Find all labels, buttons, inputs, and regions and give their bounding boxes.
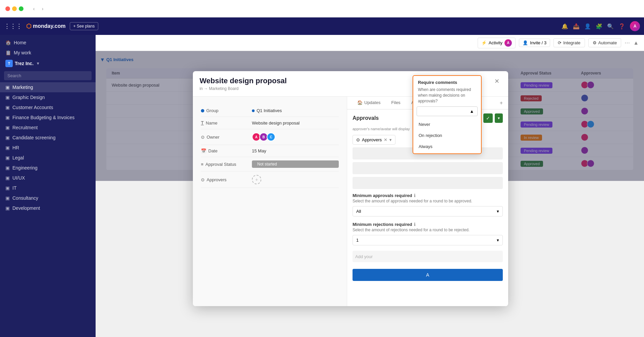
sidebar-item-mywork[interactable]: 📋 My work (0, 48, 96, 58)
field-name: T Name Website design proposal (201, 117, 339, 129)
owners-list: A B C (252, 133, 339, 141)
workspace-chevron[interactable]: ▾ (37, 61, 39, 66)
min-rejections-label: Minimum rejections required (353, 222, 412, 227)
search-icon[interactable]: 🔍 (607, 23, 614, 30)
see-plans-button[interactable]: + See plans (70, 22, 99, 30)
sidebar-uiux-label: UI/UX (12, 175, 25, 181)
sidebar-item-graphic-design[interactable]: ▣ Graphic Design (0, 92, 96, 102)
modal-close-button[interactable]: ✕ (492, 77, 501, 86)
tab-files-label: Files (391, 100, 400, 105)
min-approvals-section: Minimum approvals required ℹ Select the … (353, 193, 503, 216)
sidebar-candidate-label: Candidate screening (12, 135, 55, 140)
dropdown-option-always[interactable]: Always (413, 141, 481, 152)
activity-avatar: A (504, 39, 512, 47)
more-options-icon[interactable]: ⋯ (625, 40, 630, 46)
approval-status-icon: ≡ (201, 162, 204, 167)
field-label-approval-status: ≡ Approval Status (201, 162, 248, 167)
bell-icon[interactable]: 🔔 (561, 23, 568, 30)
integrate-label: Integrate (563, 40, 580, 45)
inbox-icon[interactable]: 📥 (573, 23, 580, 30)
sidebar-item-finance[interactable]: ▣ Finance Budgeting & Invoices (0, 112, 96, 123)
min-rejections-chevron: ▾ (497, 238, 499, 243)
sidebar-item-legal[interactable]: ▣ Legal (0, 153, 96, 163)
sidebar-consultancy-label: Consultancy (12, 195, 38, 201)
sidebar-item-customer-accounts[interactable]: ▣ Customer Accounts (0, 102, 96, 112)
automate-button[interactable]: ⚙ Automate (588, 38, 622, 47)
sidebar-item-hr[interactable]: ▣ HR (0, 143, 96, 153)
add-round-button[interactable]: A (353, 269, 503, 281)
sidebar-item-it[interactable]: ▣ IT (0, 183, 96, 193)
min-approvals-chevron: ▾ (497, 209, 499, 214)
puzzle-icon[interactable]: 🧩 (596, 23, 602, 30)
search-input[interactable] (4, 71, 92, 80)
close-button[interactable] (5, 6, 10, 11)
invite-label: Invite / 3 (530, 40, 546, 45)
grid-icon[interactable]: ⋮⋮⋮ (4, 22, 22, 30)
date-value: 15 May (252, 148, 339, 153)
field-approvers: ⊙ Approvers + (201, 172, 339, 188)
board-icon-legal: ▣ (5, 155, 10, 160)
dropdown-current-value[interactable]: ▲ (417, 106, 478, 116)
board-icon-uiux: ▣ (5, 175, 10, 181)
dropdown-subtitle: When are comments required when making d… (413, 87, 481, 106)
placeholder-bar-2 (353, 162, 503, 174)
invite-button[interactable]: 👤 Invite / 3 (519, 39, 550, 47)
min-rejections-select[interactable]: 1 ▾ (353, 235, 503, 245)
minimize-button[interactable] (12, 6, 17, 11)
activity-icon: ⚡ (481, 40, 487, 45)
dropdown-option-never[interactable]: Never (413, 119, 481, 130)
sidebar-item-consultancy[interactable]: ▣ Consultancy (0, 193, 96, 203)
min-approvals-sub: Select the amount of approvals needed fo… (353, 199, 503, 203)
board-icon-hr: ▣ (5, 145, 10, 150)
date-label-text: Date (208, 148, 217, 153)
secondary-nav: ⚡ Activity A 👤 Invite / 3 ⟳ Integrate ⚙ (96, 35, 644, 51)
tab-add-button[interactable]: + (500, 100, 503, 106)
board-icon-it: ▣ (5, 185, 10, 191)
min-approvals-select[interactable]: All ▾ (353, 206, 503, 216)
sidebar-item-recruitment[interactable]: ▣ Recruitment (0, 123, 96, 133)
board-icon-consultancy: ▣ (5, 195, 10, 201)
automate-label: Automate (598, 40, 617, 45)
nav-arrows: ‹ › (30, 5, 46, 12)
dropdown-option-on-rejection[interactable]: On rejection (413, 130, 481, 141)
field-label-name: T Name (201, 120, 248, 126)
tab-updates[interactable]: 🏠 Updates (353, 97, 385, 109)
forward-arrow[interactable]: › (39, 5, 46, 12)
approver-dropdown-icon[interactable]: ▾ (389, 137, 392, 142)
owner-avatar-3[interactable]: C (267, 133, 275, 141)
sidebar-item-marketing[interactable]: ▣ Marketing (0, 82, 96, 92)
tab-updates-label: Updates (364, 100, 380, 105)
activity-button[interactable]: ⚡ Activity A (478, 38, 516, 48)
remove-approver-icon[interactable]: ✕ (384, 137, 387, 142)
sidebar-item-candidate-screening[interactable]: ▣ Candidate screening (0, 133, 96, 143)
sidebar-graphic-label: Graphic Design (12, 95, 45, 100)
approve-chevron-button[interactable]: ▾ (495, 113, 503, 123)
approval-status-value: Not started (252, 160, 339, 168)
workspace-header: T Trez Inc. ▾ (0, 58, 96, 69)
approver-icon: ⊙ (356, 137, 360, 142)
collapse-icon[interactable]: ▲ (633, 40, 639, 46)
sidebar-marketing-label: Marketing (12, 85, 33, 90)
maximize-button[interactable] (19, 6, 23, 11)
integrate-button[interactable]: ⟳ Integrate (553, 38, 585, 47)
people-icon[interactable]: 👤 (584, 23, 591, 30)
tab-files[interactable]: Files (386, 97, 405, 109)
approval-status-pill[interactable]: Not started (252, 160, 339, 168)
approve-check-button[interactable]: ✓ (483, 113, 493, 123)
min-rejections-value: 1 (356, 238, 359, 243)
sidebar-item-engineering[interactable]: ▣ Engineering (0, 163, 96, 173)
sidebar-item-ui-ux[interactable]: ▣ UI/UX (0, 173, 96, 183)
mywork-icon: 📋 (5, 50, 11, 55)
user-avatar[interactable]: A (630, 21, 640, 31)
back-arrow[interactable]: ‹ (30, 5, 38, 12)
sidebar-item-development[interactable]: ▣ Development (0, 203, 96, 213)
sidebar-item-home[interactable]: 🏠 Home (0, 38, 96, 48)
approver-add-button[interactable]: + (252, 175, 261, 184)
board-icon-marketing: ▣ (5, 85, 10, 90)
help-icon[interactable]: ❓ (619, 23, 625, 30)
board-icon-recruitment: ▣ (5, 125, 10, 130)
approvers-chip[interactable]: ⊙ Approvers ✕ ▾ (353, 135, 395, 145)
board-icon-graphic: ▣ (5, 95, 10, 100)
field-approval-status: ≡ Approval Status Not started (201, 157, 339, 172)
sidebar: 🏠 Home 📋 My work T Trez Inc. ▾ ▣ Marketi… (0, 35, 96, 337)
